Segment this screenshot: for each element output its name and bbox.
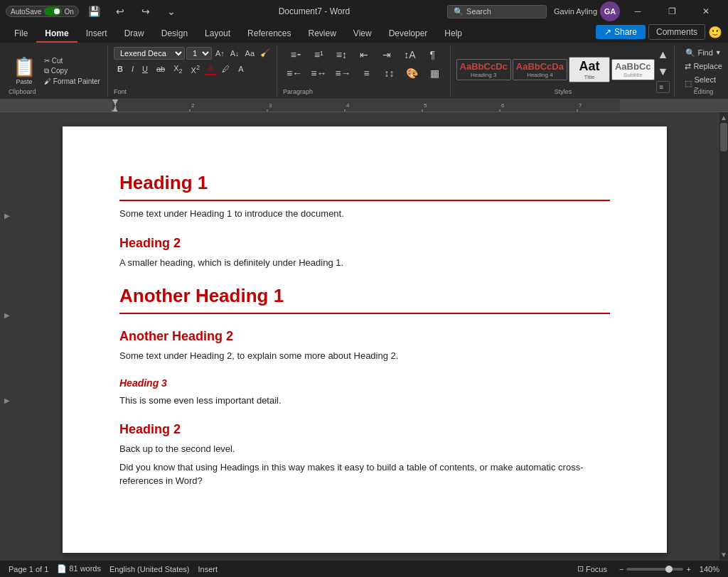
- customize-qat-button[interactable]: ⌄: [161, 1, 181, 21]
- text-effects-button[interactable]: A: [235, 63, 247, 75]
- show-marks-button[interactable]: ¶: [422, 47, 443, 63]
- justify-button[interactable]: ≡: [356, 65, 378, 81]
- page-info[interactable]: Page 1 of 1: [9, 565, 48, 573]
- autosave-toggle[interactable]: [44, 7, 61, 16]
- find-button[interactable]: 🔍 Find ▼: [681, 47, 725, 59]
- section-another-heading1: Another Heading 1: [119, 282, 610, 314]
- highlight-button[interactable]: 🖊: [218, 63, 233, 75]
- tab-draw[interactable]: Draw: [116, 26, 153, 43]
- zoom-slider[interactable]: − +: [619, 565, 691, 573]
- line-spacing-button[interactable]: ↕↕: [379, 65, 400, 81]
- style-heading4[interactable]: AaBbCcDa Heading 4: [513, 59, 567, 80]
- minimize-button[interactable]: ─: [621, 0, 654, 23]
- align-center-button[interactable]: ≡↔: [307, 65, 330, 81]
- font-size-select[interactable]: 16: [186, 47, 212, 60]
- superscript-button[interactable]: X2: [188, 63, 203, 76]
- undo-button[interactable]: ↩: [110, 1, 130, 21]
- ribbon-main: 📋 Paste ✂ Cut ⧉ Copy 🖌 Format Painter Cl…: [0, 43, 728, 99]
- tab-view[interactable]: View: [345, 26, 380, 43]
- sort-button[interactable]: ↕A: [399, 47, 420, 63]
- select-icon: ⬚: [685, 79, 692, 88]
- tab-developer[interactable]: Developer: [380, 26, 437, 43]
- decrease-indent-button[interactable]: ⇤: [353, 47, 375, 63]
- statusbar: Page 1 of 1 📄 81 words English (United S…: [0, 560, 728, 577]
- margin-arrow-top[interactable]: ▶: [4, 212, 10, 220]
- shrink-font-button[interactable]: A↓: [228, 48, 242, 58]
- another-heading-1-text: Another Heading 1: [119, 282, 610, 310]
- doc-area[interactable]: Heading 1 Some text under Heading 1 to i…: [10, 112, 719, 560]
- styles-expand-button[interactable]: ≡: [656, 81, 670, 93]
- share-button[interactable]: ↗ Share: [596, 25, 646, 39]
- tab-references[interactable]: References: [239, 26, 299, 43]
- tab-file[interactable]: File: [6, 26, 36, 43]
- bullets-button[interactable]: ≡⁃: [285, 47, 306, 63]
- section-another-heading2: Another Heading 2 Some text under Headin…: [119, 327, 610, 363]
- tab-design[interactable]: Design: [153, 26, 196, 43]
- underline-button[interactable]: U: [139, 63, 151, 75]
- styles-group: AaBbCcDc Heading 3 AaBbCcDa Heading 4 Aa…: [452, 45, 675, 97]
- align-left-button[interactable]: ≡←: [283, 65, 306, 81]
- language[interactable]: English (United States): [109, 565, 190, 573]
- comments-button[interactable]: Comments: [648, 24, 705, 40]
- editing-label: Editing: [694, 88, 714, 95]
- styles-up-arrow[interactable]: ▲: [656, 47, 670, 63]
- italic-button[interactable]: I: [128, 63, 137, 75]
- style-subtitle[interactable]: AaBbCc Subtitle: [611, 59, 655, 80]
- status-left: Page 1 of 1 📄 81 words English (United S…: [9, 564, 218, 573]
- font-color-button[interactable]: A: [205, 63, 217, 75]
- strikethrough-button[interactable]: ab: [153, 63, 168, 75]
- tab-insert[interactable]: Insert: [77, 26, 116, 43]
- comments-label: Comments: [656, 27, 697, 37]
- tab-help[interactable]: Help: [436, 26, 471, 43]
- clear-format-button[interactable]: 🧹: [258, 48, 272, 58]
- bold-button[interactable]: B: [114, 63, 127, 75]
- section-heading1: Heading 1 Some text under Heading 1 to i…: [119, 169, 610, 221]
- scrollbar[interactable]: ▲ ▼: [719, 112, 728, 560]
- replace-button[interactable]: ⇄ Replace: [680, 60, 726, 72]
- zoom-thumb[interactable]: [665, 566, 673, 573]
- styles-down-arrow[interactable]: ▼: [656, 64, 670, 80]
- margin-arrow-mid[interactable]: ▶: [4, 311, 10, 319]
- multilevel-button[interactable]: ≡↕: [331, 47, 352, 63]
- styles-nav: ▲ ▼ ≡: [656, 47, 670, 93]
- tab-home[interactable]: Home: [36, 26, 77, 43]
- emoji-icon[interactable]: 🙂: [708, 26, 722, 39]
- format-painter-button[interactable]: 🖌 Format Painter: [41, 77, 103, 86]
- subscript-button[interactable]: X2: [170, 63, 186, 76]
- close-button[interactable]: ✕: [690, 0, 722, 23]
- zoom-track[interactable]: [626, 568, 683, 571]
- scroll-track[interactable]: [719, 123, 728, 549]
- restore-button[interactable]: ❐: [655, 0, 688, 23]
- zoom-level[interactable]: 140%: [700, 565, 719, 573]
- tab-layout[interactable]: Layout: [196, 26, 239, 43]
- font-family-select[interactable]: Lexend Deca: [114, 47, 185, 60]
- scroll-down-button[interactable]: ▼: [719, 549, 728, 560]
- style-heading3[interactable]: AaBbCcDc Heading 3: [456, 59, 511, 80]
- numbering-button[interactable]: ≡¹: [308, 47, 329, 63]
- svg-text:3: 3: [269, 102, 272, 109]
- cut-button[interactable]: ✂ Cut: [41, 56, 103, 65]
- para-5: Back up to the second level.: [119, 442, 610, 456]
- focus-button[interactable]: ⊡ Focus: [574, 563, 611, 574]
- search-bar[interactable]: 🔍 Search: [447, 5, 547, 18]
- save-button[interactable]: 💾: [85, 1, 105, 21]
- word-count[interactable]: 📄 81 words: [57, 564, 101, 573]
- borders-button[interactable]: ▦: [424, 65, 446, 81]
- style-title[interactable]: Aat Title: [569, 57, 610, 82]
- align-right-button[interactable]: ≡→: [331, 65, 354, 81]
- copy-button[interactable]: ⧉ Copy: [41, 66, 103, 76]
- redo-button[interactable]: ↪: [136, 1, 156, 21]
- grow-font-button[interactable]: A↑: [213, 48, 227, 58]
- avatar[interactable]: GA: [600, 1, 620, 21]
- zoom-in-icon[interactable]: +: [686, 565, 690, 573]
- zoom-out-icon[interactable]: −: [619, 565, 623, 573]
- paste-button[interactable]: 📋 Paste: [9, 53, 40, 88]
- scroll-thumb[interactable]: [720, 123, 727, 151]
- scroll-up-button[interactable]: ▲: [719, 112, 728, 123]
- margin-arrow-bot[interactable]: ▶: [4, 397, 10, 404]
- shading-button[interactable]: 🎨: [402, 65, 423, 81]
- change-case-button[interactable]: Aa: [243, 48, 257, 58]
- tab-review[interactable]: Review: [299, 26, 344, 43]
- para-row1: ≡⁃ ≡¹ ≡↕ ⇤ ⇥ ↕A ¶: [285, 47, 443, 63]
- increase-indent-button[interactable]: ⇥: [376, 47, 397, 63]
